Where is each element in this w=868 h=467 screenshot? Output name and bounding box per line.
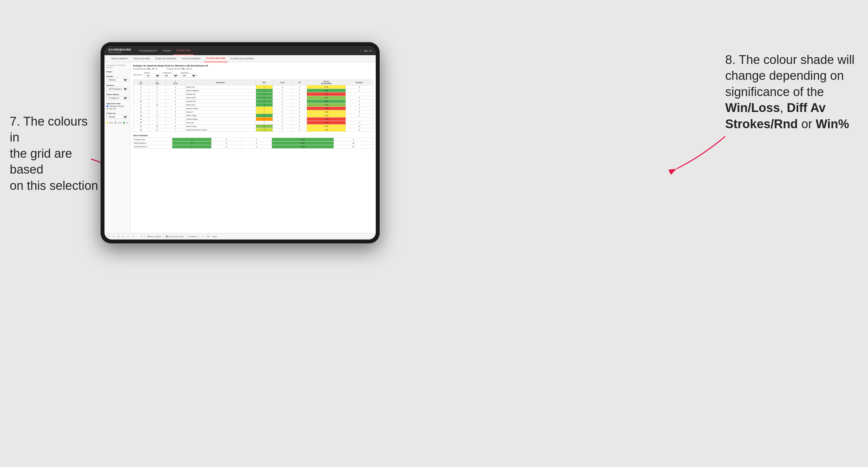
cell-reg: 1 xyxy=(149,85,166,89)
cell-win: 1 xyxy=(256,118,273,121)
tablet-screen: SCOREBOARD Powered by clippd TOURNAMENTS… xyxy=(104,46,376,240)
cell-rounds: 10 xyxy=(334,145,373,149)
cut-button[interactable]: ✂ xyxy=(126,235,130,238)
cell-diff: 3.67 xyxy=(307,96,346,100)
level-dot xyxy=(115,121,116,124)
out-of-division-title: Out of division xyxy=(133,134,373,136)
sub-nav-player-summary[interactable]: PLAYER SUMMARY xyxy=(179,55,204,62)
colour-by-select[interactable]: Win/loss xyxy=(106,115,128,119)
cell-div: 15 xyxy=(133,114,149,118)
player-rank-select[interactable]: 8. Katelyn Vo xyxy=(106,96,128,100)
top100-label: Top 100 xyxy=(110,108,116,110)
conference-select[interactable]: (All) xyxy=(162,74,179,77)
cell-rounds: 6 xyxy=(346,128,373,132)
table-row: 16 2 1 Jessica Mason 1 2 0 -0.94 xyxy=(133,118,373,121)
grid-title: Katelyn Vo Head-to-Head Grid for Women's… xyxy=(133,64,373,67)
down-label: Down xyxy=(110,122,114,124)
cell-opponent: Esther Lee xyxy=(185,85,256,89)
cell-diff: 3.33 xyxy=(307,103,346,107)
sub-nav-team-h2h-heatmap[interactable]: TEAM H2H HEATMAP xyxy=(153,55,179,62)
cell-tie: 0 xyxy=(241,145,272,149)
cell-loss: 2 xyxy=(273,118,292,121)
opponent-select[interactable]: (All) xyxy=(180,74,197,77)
sign-out-link[interactable]: Sign out xyxy=(364,50,372,52)
cell-conf: 2 xyxy=(166,121,185,125)
cell-reg: 10 xyxy=(149,125,166,128)
division-section: Division NCAA Division III xyxy=(106,84,128,91)
nav-right: | Sign out xyxy=(360,50,372,52)
down-dot xyxy=(106,121,108,124)
cell-win: 1 xyxy=(256,93,273,96)
cell-div: 3 xyxy=(133,85,149,89)
logo-text: SCOREBOARD xyxy=(108,48,131,51)
redo-button[interactable]: ↪ xyxy=(112,235,116,238)
cell-diff: 9.267 xyxy=(272,142,334,145)
annotation-right: 8. The colour shade will change dependin… xyxy=(725,52,862,132)
cell-div: 9 xyxy=(133,96,149,100)
sub-nav-player-h2h-grid[interactable]: PLAYER H2H GRID xyxy=(204,55,228,62)
top100-option[interactable]: Top 100 xyxy=(106,108,128,110)
grid-button[interactable]: ⊞ xyxy=(206,235,210,238)
sub-nav-team-summary[interactable]: TEAM SUMMARY xyxy=(108,55,131,62)
cell-reg: 3 xyxy=(149,93,166,96)
region-select[interactable]: (All) xyxy=(144,74,160,77)
annotation-left: 7. The colours in the grid are based on … xyxy=(10,114,101,194)
sub-nav-player-h2h-heatmap[interactable]: PLAYER H2H HEATMAP xyxy=(228,55,257,62)
table-row: 19 10 6 Emily Chang 4 1 0 0.30 11 xyxy=(133,125,373,128)
col-reg: #Reg xyxy=(149,80,166,85)
cell-opponent: Jessica Mason xyxy=(185,118,256,121)
opponents-played-radio[interactable] xyxy=(106,105,108,107)
up-label: Up xyxy=(126,122,128,124)
more-button[interactable]: · xyxy=(136,235,138,238)
sub-nav-team-h2h-grid[interactable]: TEAM H2H GRID xyxy=(131,55,153,62)
cell-reg: 2 xyxy=(149,89,166,93)
cell-tie: 0 xyxy=(292,114,307,118)
cell-rounds: 2 xyxy=(346,121,373,125)
col-win: Win xyxy=(256,80,273,85)
cell-win: 15 xyxy=(172,142,212,145)
cell-div: 20 xyxy=(133,128,149,132)
cell-reg: 11 xyxy=(149,128,166,132)
watch-button[interactable]: 👁 Watch ▾ xyxy=(188,235,198,238)
cell-reg: 2 xyxy=(149,121,166,125)
division-select[interactable]: NCAA Division III xyxy=(106,87,128,91)
cell-conf: 7 xyxy=(166,128,185,132)
cell-diff: 0.30 xyxy=(307,125,346,128)
last-updated: Last Updated: 27/03/202416:55:38 xyxy=(106,64,128,69)
nav-teams[interactable]: TEAMS xyxy=(160,46,174,55)
refresh-button[interactable]: ⟳ xyxy=(117,235,120,238)
gender-section: Gender Women's xyxy=(106,75,128,82)
cell-diff: -3.00 xyxy=(307,107,346,110)
gender-select[interactable]: Women's xyxy=(106,78,128,82)
grid-records: Overall Record: 353 - 34 - 6 Division Re… xyxy=(133,68,373,70)
cell-rounds: 9 xyxy=(346,110,373,114)
division-record: Division Record: 331 - 34 - 6 xyxy=(167,68,191,70)
timer-button[interactable]: ⏱ xyxy=(140,235,144,238)
cell-diff: -1.00 xyxy=(307,93,346,96)
col-rounds: Rounds xyxy=(346,80,373,85)
cell-label: Foreign Team xyxy=(133,138,172,142)
cell-loss: 0 xyxy=(212,138,242,142)
cell-opponent: Heejo Hyun xyxy=(185,103,256,107)
nav-tournaments[interactable]: TOURNAMENTS xyxy=(136,46,160,55)
nav-committee[interactable]: COMMITTEE xyxy=(174,46,193,55)
toolbar-sep-1 xyxy=(145,235,145,239)
division-label: Division xyxy=(106,84,128,86)
cell-loss: 0 xyxy=(273,100,292,103)
layout-button[interactable]: ⬚ xyxy=(201,235,205,238)
up-dot xyxy=(123,121,125,124)
cell-div: 10 xyxy=(133,100,149,103)
top100-radio[interactable] xyxy=(106,108,108,110)
cell-loss: 0 xyxy=(273,121,292,125)
undo-button[interactable]: ↩ xyxy=(107,235,111,238)
share-button[interactable]: Share xyxy=(211,235,218,238)
view-original-button[interactable]: 🖼 View: Original xyxy=(147,235,162,238)
opponents-played-option[interactable]: Opponents Played xyxy=(106,105,128,107)
table-row: 14 7 4 Eunice Yi 2 2 0 0.38 9 xyxy=(133,110,373,114)
cell-tie: 0 xyxy=(292,121,307,125)
cell-div: 14 xyxy=(133,110,149,114)
cell-opponent: Euna Lee xyxy=(185,121,256,125)
copy-button[interactable]: ⎘ xyxy=(122,235,125,238)
back-button[interactable]: ↩ xyxy=(131,235,135,238)
save-custom-view-button[interactable]: 💾 Save Custom View xyxy=(165,235,185,238)
